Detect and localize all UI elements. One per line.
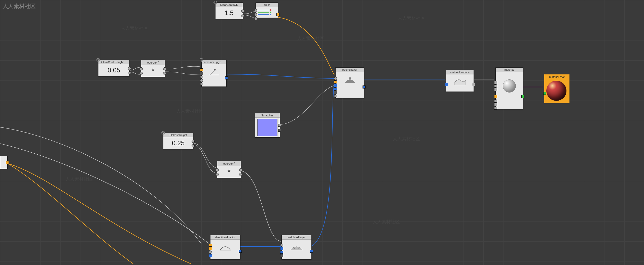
input-port[interactable] <box>494 81 497 84</box>
node-color[interactable]: color <box>256 3 278 18</box>
input-port[interactable] <box>280 254 283 257</box>
node-title: microfacet ggx sm... <box>202 60 226 64</box>
input-port[interactable] <box>494 84 497 87</box>
exposed-indicator-icon <box>200 58 203 62</box>
node-value[interactable]: 0.25 <box>163 137 193 149</box>
node-directional-factor[interactable]: directional factor <box>210 235 240 259</box>
node-title: Flakes Weight <box>163 133 193 137</box>
node-title: directional factor <box>210 235 240 240</box>
input-port[interactable] <box>209 244 212 247</box>
input-port[interactable] <box>334 91 337 94</box>
node-title: operator2 <box>217 161 241 166</box>
input-port[interactable] <box>280 251 283 254</box>
input-port[interactable] <box>334 77 337 80</box>
output-port[interactable] <box>192 144 195 147</box>
node-value[interactable]: 0.05 <box>98 64 129 76</box>
input-port[interactable] <box>494 103 497 106</box>
svg-rect-0 <box>349 77 351 79</box>
surface-icon <box>452 76 468 86</box>
input-port[interactable] <box>254 9 257 12</box>
input-port[interactable] <box>200 68 203 71</box>
output-port[interactable] <box>225 76 228 79</box>
input-port[interactable] <box>280 247 283 250</box>
node-title: weighted layer <box>282 235 311 240</box>
input-port[interactable] <box>494 88 497 91</box>
input-port[interactable] <box>200 72 203 75</box>
input-port[interactable] <box>216 173 219 176</box>
input-port[interactable] <box>254 17 257 20</box>
node-clearcoat-ior[interactable]: ClearCoat IOR 1.5 <box>215 3 243 19</box>
output-port[interactable] <box>128 71 131 74</box>
offscreen-node[interactable] <box>0 156 8 169</box>
node-title: fresnel layer <box>336 68 364 72</box>
output-port[interactable] <box>278 129 281 132</box>
node-title: material root <box>545 75 569 79</box>
texture-swatch <box>257 119 277 136</box>
node-title: operator2 <box>141 60 165 65</box>
input-port[interactable] <box>494 107 497 110</box>
input-port[interactable] <box>140 72 143 75</box>
node-clearcoat-roughness[interactable]: ClearCoat Roughn... 0.05 <box>98 60 130 76</box>
node-scratches[interactable]: Scratches <box>255 113 280 138</box>
operator-symbol: * <box>217 166 241 178</box>
output-port[interactable] <box>239 250 242 253</box>
output-port[interactable] <box>278 124 281 127</box>
color-channels-icon <box>256 7 273 18</box>
output-port[interactable] <box>521 95 524 98</box>
node-title: Scratches <box>255 113 280 118</box>
output-port[interactable] <box>310 250 313 253</box>
output-port[interactable] <box>239 173 242 176</box>
input-port[interactable] <box>200 75 203 78</box>
node-title: material <box>496 68 523 72</box>
input-port[interactable] <box>209 247 212 250</box>
input-port[interactable] <box>209 254 212 257</box>
input-port[interactable] <box>280 244 283 247</box>
output-port[interactable] <box>472 83 475 86</box>
input-port[interactable] <box>209 251 212 254</box>
node-flakes-weight[interactable]: Flakes Weight 0.25 <box>163 133 193 149</box>
output-port[interactable] <box>163 67 166 70</box>
node-fresnel-layer[interactable]: fresnel layer <box>335 67 364 98</box>
input-port[interactable] <box>200 79 203 82</box>
microfacet-icon <box>206 67 222 77</box>
node-material-root[interactable]: material root <box>544 74 569 103</box>
exposed-indicator-icon <box>161 131 165 135</box>
directional-icon <box>218 242 233 252</box>
input-port[interactable] <box>543 92 546 95</box>
input-port[interactable] <box>334 95 337 98</box>
node-microfacet-ggx[interactable]: microfacet ggx sm... <box>201 60 227 87</box>
output-port[interactable] <box>239 168 242 171</box>
output-port[interactable] <box>241 10 244 13</box>
input-port[interactable] <box>200 82 203 85</box>
output-port[interactable] <box>363 85 366 89</box>
material-preview-icon <box>546 81 566 101</box>
output-port[interactable] <box>192 140 195 143</box>
input-port[interactable] <box>140 67 143 70</box>
input-port[interactable] <box>445 83 448 86</box>
node-title: material surface <box>446 70 474 74</box>
input-port[interactable] <box>334 84 337 87</box>
input-port[interactable] <box>334 80 337 83</box>
fresnel-icon <box>342 75 357 85</box>
node-value[interactable]: 1.5 <box>216 7 243 19</box>
operator-symbol: * <box>141 65 165 77</box>
node-material-surface[interactable]: material surface <box>446 70 474 92</box>
input-port[interactable] <box>494 95 497 98</box>
output-port[interactable] <box>241 14 244 17</box>
material-sphere-icon <box>502 79 516 93</box>
weighted-icon <box>289 242 304 252</box>
output-port[interactable] <box>163 72 166 75</box>
input-port[interactable] <box>334 87 337 91</box>
input-port[interactable] <box>254 13 257 16</box>
output-port[interactable] <box>6 161 9 164</box>
output-port[interactable] <box>128 67 131 70</box>
exposed-indicator-icon <box>213 1 217 4</box>
input-port[interactable] <box>216 168 219 171</box>
node-weighted-layer[interactable]: weighted layer <box>281 235 312 259</box>
output-port[interactable] <box>276 13 279 16</box>
node-operator-multiply-2[interactable]: operator2 * <box>217 161 241 178</box>
input-port[interactable] <box>494 100 497 103</box>
node-graph-canvas[interactable] <box>0 0 644 265</box>
node-material[interactable]: material <box>495 67 523 109</box>
node-operator-multiply-1[interactable]: operator2 * <box>141 60 165 77</box>
